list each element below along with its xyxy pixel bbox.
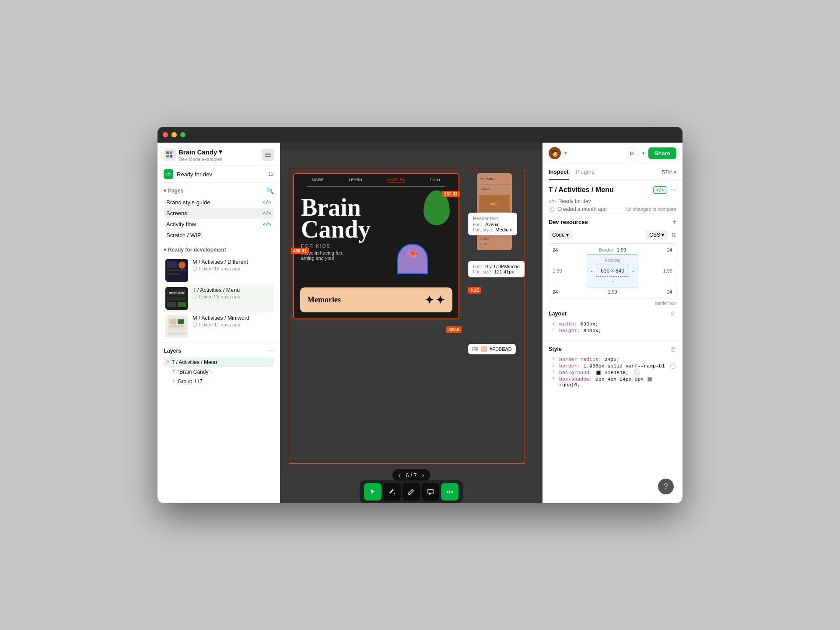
- layout-delete-button[interactable]: 🗑: [670, 310, 676, 317]
- tab-plugins[interactable]: Plugins: [576, 164, 595, 180]
- svg-rect-20: [170, 319, 176, 324]
- code-icon: </>: [549, 199, 556, 204]
- list-item[interactable]: M / Activities / Miniword 🕐 Edited 11 da…: [164, 312, 274, 340]
- tab-inspect[interactable]: Inspect: [549, 164, 569, 180]
- minimize-dot[interactable]: [172, 132, 177, 137]
- thumbnail: [165, 315, 188, 338]
- svg-text:Brain Candy: Brain Candy: [169, 291, 185, 294]
- dev-badge[interactable]: </> Ready for dev 12: [158, 166, 280, 183]
- edit-tool-button[interactable]: [402, 483, 420, 500]
- project-title[interactable]: Brain Candy ▾: [178, 148, 222, 156]
- code-icon: </>: [262, 210, 271, 216]
- layers-more-button[interactable]: ···: [268, 347, 274, 355]
- style-delete-button[interactable]: 🗑: [670, 346, 676, 353]
- svg-rect-17: [178, 302, 186, 307]
- component-title: T / Activities / Menu: [549, 186, 614, 194]
- svg-rect-5: [265, 154, 271, 155]
- cursor-tool-button[interactable]: [364, 483, 382, 500]
- color-swatch-2: [648, 377, 652, 382]
- layers-title: Layers: [164, 348, 181, 354]
- svg-rect-15: [167, 297, 186, 300]
- code-type-selector[interactable]: Code ▾: [549, 230, 572, 240]
- sidebar-item-brand[interactable]: Brand style guide </>: [164, 197, 274, 208]
- avatar-chevron[interactable]: ▾: [564, 150, 567, 156]
- dimension-badge-488: 488.91: [291, 248, 309, 254]
- code-lang-selector[interactable]: CSS ▾: [646, 230, 668, 240]
- dimension-badge-420: 420.6: [446, 326, 462, 333]
- play-button[interactable]: ▷: [626, 147, 639, 159]
- dev-resources-title: Dev resources: [549, 219, 588, 225]
- code-toolbar: Code ▾ CSS ▾ ⇅: [542, 228, 682, 243]
- ready-item-time: 🕐 Edited 11 days ago: [192, 322, 272, 327]
- component-header: T / Activities / Menu </> ···: [542, 181, 682, 197]
- title-bar: [158, 127, 682, 143]
- no-changes-label: No changes to compare: [625, 206, 676, 212]
- body-font-annotation: Font BIZ UDPMincho Font size 121.41px: [468, 261, 525, 277]
- svg-rect-2: [166, 155, 169, 158]
- ruler: [280, 143, 542, 150]
- figma-icon[interactable]: [164, 149, 176, 161]
- svg-rect-23: [168, 332, 186, 335]
- maximize-dot[interactable]: [180, 132, 186, 137]
- svg-rect-3: [170, 155, 172, 158]
- svg-point-9: [178, 262, 186, 269]
- svg-rect-6: [265, 156, 271, 157]
- more-options-button[interactable]: ···: [671, 186, 676, 194]
- status-row: </> Ready for dev: [542, 197, 682, 205]
- project-subtitle: Dev Mode examples: [178, 157, 222, 162]
- selected-element[interactable]: 🐙: [397, 244, 428, 274]
- ready-item-name: M / Activities / Miniword: [192, 315, 272, 321]
- sidebar-item-activity[interactable]: Activity flow </>: [164, 219, 274, 230]
- svg-rect-1: [170, 151, 172, 154]
- layout-section: Layout 🗑 1 width: 630px; 2 height: 840px…: [542, 308, 682, 337]
- created-time: Created a month ago: [557, 206, 607, 212]
- pagination: ‹ 6 / 7 ›: [392, 469, 430, 481]
- copy-icon[interactable]: ⇅: [671, 231, 676, 238]
- dropdown-chevron[interactable]: ▾: [642, 150, 645, 156]
- help-button[interactable]: ?: [658, 479, 674, 494]
- list-item[interactable]: Brain Candy T / Activities / Menu 🕐 Edit…: [164, 284, 274, 312]
- code-tool-button[interactable]: </>: [441, 483, 458, 500]
- svg-rect-10: [167, 270, 186, 271]
- style-title: Style: [549, 346, 562, 352]
- paint-tool-button[interactable]: [383, 483, 401, 500]
- sidebar-item-screens[interactable]: Screens </>: [164, 208, 274, 219]
- ready-item-time: 🕐 Edited 25 days ago: [192, 294, 272, 299]
- comment-tool-button[interactable]: [422, 483, 439, 500]
- sidebar-item-scratch[interactable]: Scratch / WIP: [164, 230, 274, 241]
- inspect-tabs: Inspect Plugins 57% ▾: [542, 164, 682, 181]
- prev-page-button[interactable]: ‹: [399, 472, 401, 479]
- close-dot[interactable]: [163, 132, 168, 137]
- memories-label: Memories: [307, 295, 341, 304]
- right-panel: 🧑 ▾ ▷ ▾ Share Inspect Plugins 57% ▾: [542, 143, 682, 503]
- ready-for-dev-title[interactable]: ▾ Ready for development: [164, 247, 274, 253]
- layer-item-group117[interactable]: # Group 117: [164, 377, 274, 386]
- clock-icon: 🕐: [549, 206, 555, 212]
- layout-title: Layout: [549, 311, 567, 317]
- share-button[interactable]: Share: [648, 147, 676, 159]
- dimension-badge-287: 287.93: [442, 191, 460, 197]
- fill-badge: Fill #FDBEAD: [468, 344, 516, 354]
- svg-rect-8: [167, 261, 177, 268]
- layer-item-brain-candy[interactable]: T "Brain Candy"-: [164, 367, 274, 377]
- next-page-button[interactable]: ›: [422, 472, 424, 479]
- info-icon[interactable]: i: [670, 363, 676, 369]
- border-box-label: border-box: [542, 301, 682, 308]
- layer-item-t-act-menu[interactable]: # T / Activities / Menu: [164, 357, 274, 367]
- info-icon[interactable]: i: [634, 370, 640, 375]
- ready-for-dev-section: ▾ Ready for development: [158, 242, 280, 342]
- thumbnail: Brain Candy: [165, 287, 188, 310]
- svg-rect-16: [167, 302, 176, 307]
- list-item[interactable]: M / Activities / Different 🕐 Edited 16 d…: [164, 256, 274, 284]
- color-swatch: [596, 371, 601, 375]
- style-code: 1 border-radius: 24px; 2 border: 1.986px…: [549, 355, 676, 389]
- pages-section: ▾ Pages 🔍 Brand style guide </> Screens …: [158, 183, 280, 242]
- zoom-level[interactable]: 57% ▾: [662, 169, 676, 175]
- style-section: Style 🗑 1 border-radius: 24px; 2 border:…: [542, 343, 682, 392]
- thumbnail: [165, 259, 188, 282]
- svg-rect-4: [265, 153, 271, 154]
- panel-toggle-button[interactable]: [262, 149, 274, 161]
- add-resource-button[interactable]: +: [672, 218, 676, 226]
- avatar[interactable]: 🧑: [549, 147, 561, 159]
- search-icon[interactable]: 🔍: [266, 187, 274, 194]
